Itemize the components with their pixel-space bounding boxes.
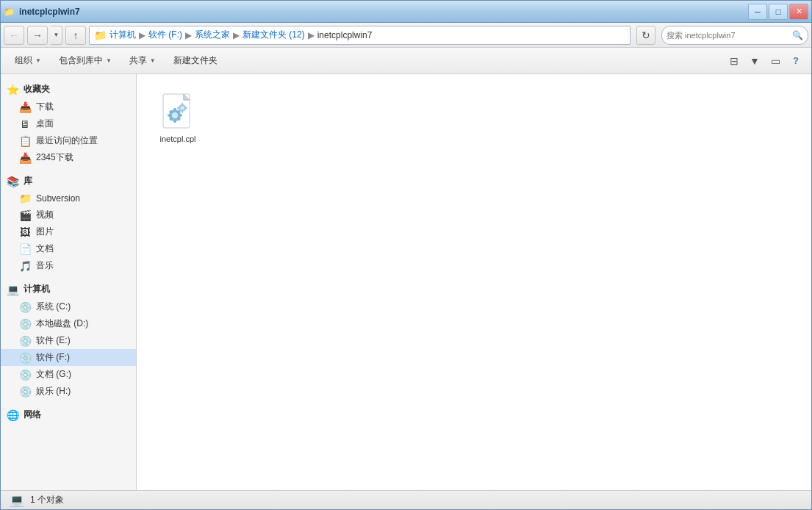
include-library-dropdown-icon: ▼ — [106, 57, 112, 64]
address-new-folder[interactable]: 新建文件夹 (12) — [242, 29, 305, 41]
sidebar-item-video[interactable]: 🎬 视频 — [1, 206, 136, 223]
svg-rect-6 — [168, 115, 170, 117]
library-header-label: 库 — [24, 175, 32, 187]
software-e-icon: 💿 — [18, 335, 32, 347]
sidebar-item-local-d[interactable]: 💿 本地磁盘 (D:) — [1, 315, 136, 332]
file-item-inetcpl[interactable]: inetcpl.cpl — [148, 86, 207, 151]
titlebar-title: inetcplcplwin7 — [19, 7, 80, 17]
view-controls: ⊟ ▼ ▭ ? — [725, 51, 805, 71]
sidebar-item-pictures[interactable]: 🖼 图片 — [1, 223, 136, 240]
software-f-icon: 💿 — [18, 352, 32, 364]
search-icon[interactable]: 🔍 — [792, 30, 803, 40]
pictures-icon: 🖼 — [18, 226, 32, 238]
favorites-header-icon: ⭐ — [7, 84, 19, 96]
library-header-icon: 📚 — [7, 176, 19, 187]
new-folder-label: 新建文件夹 — [173, 54, 218, 67]
address-bar: 📁 计算机 ▶ 软件 (F:) ▶ 系统之家 ▶ 新建文件夹 (12) ▶ in… — [89, 26, 630, 45]
documents-g-label: 文档 (G:) — [36, 368, 71, 381]
up-button[interactable]: ↑ — [65, 26, 86, 45]
address-software-f[interactable]: 软件 (F:) — [148, 29, 182, 41]
sidebar-item-desktop[interactable]: 🖥 桌面 — [1, 115, 136, 132]
network-header-label: 网络 — [24, 409, 41, 421]
view-dropdown-button[interactable]: ▼ — [745, 51, 764, 71]
forward-button[interactable]: → — [27, 26, 48, 45]
history-dropdown[interactable]: ▼ — [51, 26, 62, 45]
sidebar-item-software-f[interactable]: 💿 软件 (F:) — [1, 349, 136, 366]
sidebar-item-recent[interactable]: 📋 最近访问的位置 — [1, 132, 136, 149]
address-systemzhijia[interactable]: 系统之家 — [195, 29, 230, 41]
sidebar-item-entertainment-h[interactable]: 💿 娱乐 (H:) — [1, 383, 136, 400]
software-f-label: 软件 (F:) — [36, 351, 70, 364]
main-area: ⭐ 收藏夹 📥 下载 🖥 桌面 📋 最近访问的位置 📥 2345下载 — [1, 74, 811, 490]
favorites-header-label: 收藏夹 — [24, 83, 50, 96]
maximize-button[interactable]: □ — [769, 4, 788, 20]
local-d-label: 本地磁盘 (D:) — [36, 317, 88, 330]
status-icon: 💻 — [10, 493, 24, 507]
computer-header-icon: 💻 — [7, 284, 19, 295]
network-header-icon: 🌐 — [7, 409, 19, 421]
downloads2-icon: 📥 — [18, 152, 32, 164]
sidebar-item-downloads[interactable]: 📥 下载 — [1, 98, 136, 115]
sidebar-item-documents-g[interactable]: 💿 文档 (G:) — [1, 366, 136, 383]
video-label: 视频 — [36, 209, 54, 221]
computer-header-label: 计算机 — [24, 283, 50, 295]
minimize-button[interactable]: ─ — [748, 4, 767, 20]
svg-point-3 — [172, 112, 178, 118]
close-button[interactable]: ✕ — [789, 4, 808, 20]
organize-label: 组织 — [15, 54, 32, 67]
address-computer[interactable]: 计算机 — [109, 29, 136, 41]
sidebar-favorites-header[interactable]: ⭐ 收藏夹 — [1, 80, 136, 98]
documents-icon: 📄 — [18, 243, 32, 255]
pictures-label: 图片 — [36, 226, 54, 238]
file-area[interactable]: inetcpl.cpl — [137, 74, 811, 490]
search-bar[interactable]: 🔍 — [661, 26, 808, 45]
include-library-label: 包含到库中 — [59, 54, 103, 67]
sidebar-item-subversion[interactable]: 📁 Subversion — [1, 190, 136, 206]
sidebar-divider-1 — [1, 166, 136, 172]
entertainment-h-icon: 💿 — [18, 386, 32, 398]
share-dropdown-icon: ▼ — [150, 57, 156, 64]
subversion-icon: 📁 — [18, 193, 32, 204]
sidebar-item-software-e[interactable]: 💿 软件 (E:) — [1, 332, 136, 349]
desktop-icon: 🖥 — [18, 118, 32, 130]
svg-rect-16 — [177, 107, 179, 109]
titlebar-left: 📁 inetcplcplwin7 — [4, 7, 80, 17]
sidebar-computer-header[interactable]: 💻 计算机 — [1, 280, 136, 298]
sidebar-item-music[interactable]: 🎵 音乐 — [1, 257, 136, 274]
preview-pane-button[interactable]: ▭ — [766, 51, 785, 71]
documents-g-icon: 💿 — [18, 369, 32, 381]
downloads-icon: 📥 — [18, 101, 32, 113]
refresh-button[interactable]: ↻ — [636, 26, 655, 45]
recent-icon: 📋 — [18, 135, 32, 147]
view-mode-button[interactable]: ⊟ — [725, 51, 744, 71]
nav-bar: ← → ▼ ↑ 📁 计算机 ▶ 软件 (F:) ▶ 系统之家 ▶ 新建文件夹 (… — [1, 23, 811, 48]
action-bar: 组织 ▼ 包含到库中 ▼ 共享 ▼ 新建文件夹 ⊟ ▼ ▭ ? — [1, 48, 811, 74]
system-c-icon: 💿 — [18, 301, 32, 313]
music-label: 音乐 — [36, 259, 54, 272]
search-input[interactable] — [667, 31, 792, 40]
svg-rect-4 — [174, 108, 176, 111]
sidebar-item-downloads2[interactable]: 📥 2345下载 — [1, 149, 136, 166]
include-library-button[interactable]: 包含到库中 ▼ — [51, 51, 120, 71]
titlebar-controls: ─ □ ✕ — [748, 4, 808, 20]
sidebar-item-system-c[interactable]: 💿 系统 (C:) — [1, 298, 136, 315]
organize-button[interactable]: 组织 ▼ — [7, 51, 49, 71]
downloads-label: 下载 — [36, 101, 54, 113]
share-label: 共享 — [129, 54, 147, 67]
new-folder-button[interactable]: 新建文件夹 — [165, 51, 226, 71]
cpl-file-svg — [160, 93, 195, 132]
desktop-label: 桌面 — [36, 118, 54, 130]
sidebar-network-header[interactable]: 🌐 网络 — [1, 406, 136, 424]
back-button[interactable]: ← — [4, 26, 24, 45]
help-button[interactable]: ? — [786, 51, 805, 71]
sidebar-item-documents[interactable]: 📄 文档 — [1, 240, 136, 257]
file-icon-inetcpl — [159, 93, 197, 132]
address-path: 计算机 ▶ 软件 (F:) ▶ 系统之家 ▶ 新建文件夹 (12) ▶ inet… — [109, 29, 372, 41]
share-button[interactable]: 共享 ▼ — [121, 51, 164, 71]
sidebar-library-header[interactable]: 📚 库 — [1, 172, 136, 190]
svg-rect-5 — [174, 120, 176, 123]
downloads2-label: 2345下载 — [36, 151, 73, 164]
status-count: 1 个对象 — [30, 494, 64, 506]
svg-rect-7 — [179, 115, 182, 117]
subversion-label: Subversion — [36, 193, 80, 204]
